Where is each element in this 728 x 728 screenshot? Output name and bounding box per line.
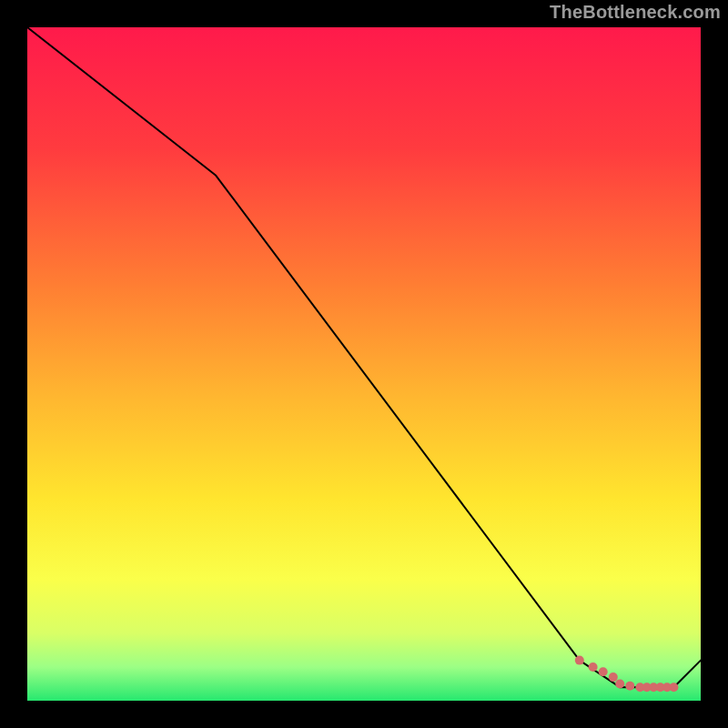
- bottleneck-curve: [27, 27, 701, 687]
- highlighted-point: [625, 682, 634, 691]
- highlighted-point: [589, 662, 598, 672]
- highlighted-point: [615, 680, 624, 689]
- bottleneck-curve-layer: [27, 27, 701, 701]
- highlighted-points: [575, 656, 679, 693]
- highlighted-point: [669, 682, 678, 692]
- watermark-text: TheBottleneck.com: [550, 2, 721, 23]
- chart-stage: TheBottleneck.com: [0, 0, 728, 728]
- highlighted-point: [609, 672, 618, 682]
- highlighted-point: [575, 656, 584, 665]
- plot-area: [27, 27, 701, 701]
- highlighted-point: [599, 667, 608, 676]
